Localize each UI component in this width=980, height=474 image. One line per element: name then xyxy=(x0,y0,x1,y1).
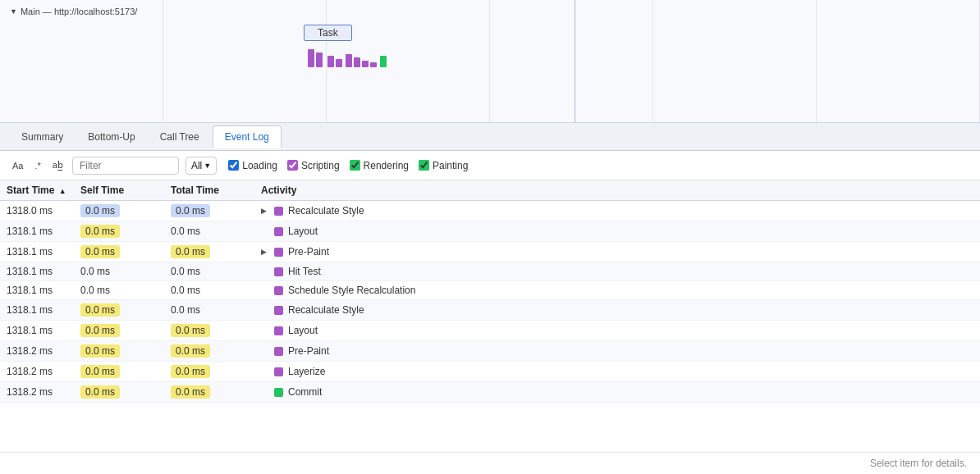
col-header-start-time[interactable]: Start Time ▲ xyxy=(0,180,74,201)
tab-bottom-up[interactable]: Bottom-Up xyxy=(76,126,146,148)
table-row[interactable]: 1318.1 ms0.0 ms0.0 msRecalculate Style xyxy=(0,300,980,321)
task-label: Task xyxy=(318,27,338,39)
activity-label: Pre-Paint xyxy=(288,345,329,357)
loading-checkbox[interactable] xyxy=(228,160,239,171)
self-time-highlighted: 0.0 ms xyxy=(80,225,120,238)
table-row[interactable]: 1318.2 ms0.0 ms0.0 msLayerize xyxy=(0,362,980,382)
table-row[interactable]: 1318.1 ms0.0 ms0.0 msSchedule Style Reca… xyxy=(0,281,980,300)
cell-start-time: 1318.2 ms xyxy=(0,382,74,403)
activity-color-dot xyxy=(274,207,283,216)
rendering-label: Rendering xyxy=(364,160,409,171)
table-row[interactable]: 1318.0 ms0.0 ms0.0 ms▶Recalculate Style xyxy=(0,201,980,221)
table-row[interactable]: 1318.2 ms0.0 ms0.0 msPre-Paint xyxy=(0,341,980,362)
cell-self-time: 0.0 ms xyxy=(74,321,164,341)
status-bar: Select item for details. xyxy=(0,452,980,474)
activity-color-dot xyxy=(274,267,283,276)
cell-total-time: 0.0 ms xyxy=(164,382,254,403)
cell-self-time: 0.0 ms xyxy=(74,362,164,382)
timeline-col-6 xyxy=(817,0,980,122)
activity-label: Layerize xyxy=(288,366,325,377)
mini-bar-green xyxy=(380,56,387,67)
mini-bar-4 xyxy=(336,59,342,67)
self-time-highlighted: 0.0 ms xyxy=(80,344,120,358)
checkbox-rendering[interactable]: Rendering xyxy=(350,160,409,171)
timeline-col-5 xyxy=(653,0,817,122)
sort-arrow-icon: ▲ xyxy=(59,187,66,195)
cell-activity: Commit xyxy=(254,382,980,403)
activity-label: Recalculate Style xyxy=(288,304,364,316)
cell-total-time: 0.0 ms xyxy=(164,281,254,300)
task-label-box: Task xyxy=(304,25,352,41)
cell-activity: ▶Recalculate Style xyxy=(254,201,980,221)
table-row[interactable]: 1318.1 ms0.0 ms0.0 msLayout xyxy=(0,221,980,242)
filter-regex-btn[interactable]: .* xyxy=(32,160,43,171)
mini-bar-5 xyxy=(346,54,352,67)
cell-self-time: 0.0 ms xyxy=(74,281,164,300)
activity-row: Commit xyxy=(261,386,973,398)
cell-activity: Pre-Paint xyxy=(254,341,980,362)
col-header-total-time[interactable]: Total Time xyxy=(164,180,254,201)
table-row[interactable]: 1318.1 ms0.0 ms0.0 msLayout xyxy=(0,321,980,341)
event-log-table-wrap: Start Time ▲ Self Time Total Time Activi… xyxy=(0,180,980,446)
cell-total-time: 0.0 ms xyxy=(164,300,254,321)
activity-row: ▶Pre-Paint xyxy=(261,246,973,258)
checkbox-painting[interactable]: Painting xyxy=(419,160,468,171)
total-time-highlighted: 0.0 ms xyxy=(171,245,210,258)
filter-case-btn[interactable]: ab̲ xyxy=(50,159,66,171)
total-time-highlighted: 0.0 ms xyxy=(171,385,210,399)
table-row[interactable]: 1318.1 ms0.0 ms0.0 msHit Test xyxy=(0,262,980,281)
vertical-marker xyxy=(575,0,575,122)
tab-summary[interactable]: Summary xyxy=(10,126,75,148)
self-time-highlighted: 0.0 ms xyxy=(80,365,120,378)
cell-total-time: 0.0 ms xyxy=(164,362,254,382)
col-header-self-time[interactable]: Self Time xyxy=(74,180,164,201)
event-log-table: Start Time ▲ Self Time Total Time Activi… xyxy=(0,180,980,403)
filter-aa-btn[interactable]: Aa xyxy=(10,160,25,171)
cell-self-time: 0.0 ms xyxy=(74,221,164,242)
cell-activity: Layerize xyxy=(254,362,980,382)
cell-self-time: 0.0 ms xyxy=(74,242,164,262)
cell-start-time: 1318.1 ms xyxy=(0,242,74,262)
timeline-col-1 xyxy=(0,0,163,122)
tab-bar: Summary Bottom-Up Call Tree Event Log xyxy=(0,123,980,151)
activity-label: Hit Test xyxy=(288,266,321,277)
cell-start-time: 1318.1 ms xyxy=(0,281,74,300)
filter-dropdown-label: All xyxy=(191,160,202,171)
col-header-activity[interactable]: Activity xyxy=(254,180,980,201)
activity-color-dot xyxy=(274,248,283,257)
scripting-checkbox[interactable] xyxy=(287,160,298,171)
activity-color-dot xyxy=(274,367,283,376)
table-header-row: Start Time ▲ Self Time Total Time Activi… xyxy=(0,180,980,201)
timeline-area: ▼ Main — http://localhost:5173/ Task xyxy=(0,0,980,123)
tab-call-tree[interactable]: Call Tree xyxy=(149,126,211,148)
expand-arrow-icon[interactable]: ▶ xyxy=(261,207,269,215)
activity-label: Recalculate Style xyxy=(288,205,364,216)
rendering-checkbox[interactable] xyxy=(350,160,360,171)
checkbox-scripting[interactable]: Scripting xyxy=(287,160,340,171)
mini-bars xyxy=(308,49,387,67)
expand-arrow-icon[interactable]: ▶ xyxy=(261,248,269,256)
cell-activity: Layout xyxy=(254,321,980,341)
total-time-highlighted: 0.0 ms xyxy=(171,344,210,358)
self-time-highlighted: 0.0 ms xyxy=(80,385,120,399)
cell-activity: ▶Pre-Paint xyxy=(254,242,980,262)
cell-total-time: 0.0 ms xyxy=(164,221,254,242)
table-row[interactable]: 1318.1 ms0.0 ms0.0 ms▶Pre-Paint xyxy=(0,242,980,262)
activity-color-dot xyxy=(274,306,283,315)
cell-start-time: 1318.1 ms xyxy=(0,300,74,321)
activity-color-dot xyxy=(274,326,283,335)
table-body: 1318.0 ms0.0 ms0.0 ms▶Recalculate Style1… xyxy=(0,201,980,403)
self-time-highlighted: 0.0 ms xyxy=(80,245,120,258)
filter-input[interactable] xyxy=(72,157,179,175)
painting-checkbox[interactable] xyxy=(419,160,429,171)
cell-self-time: 0.0 ms xyxy=(74,382,164,403)
self-time-highlighted: 0.0 ms xyxy=(80,303,120,317)
cell-start-time: 1318.2 ms xyxy=(0,362,74,382)
total-time-highlighted: 0.0 ms xyxy=(171,324,210,337)
filter-dropdown[interactable]: All ▼ xyxy=(185,157,217,175)
cell-total-time: 0.0 ms xyxy=(164,321,254,341)
checkbox-loading[interactable]: Loading xyxy=(228,160,277,171)
tab-event-log[interactable]: Event Log xyxy=(213,125,282,148)
activity-color-dot xyxy=(274,347,283,356)
table-row[interactable]: 1318.2 ms0.0 ms0.0 msCommit xyxy=(0,382,980,403)
